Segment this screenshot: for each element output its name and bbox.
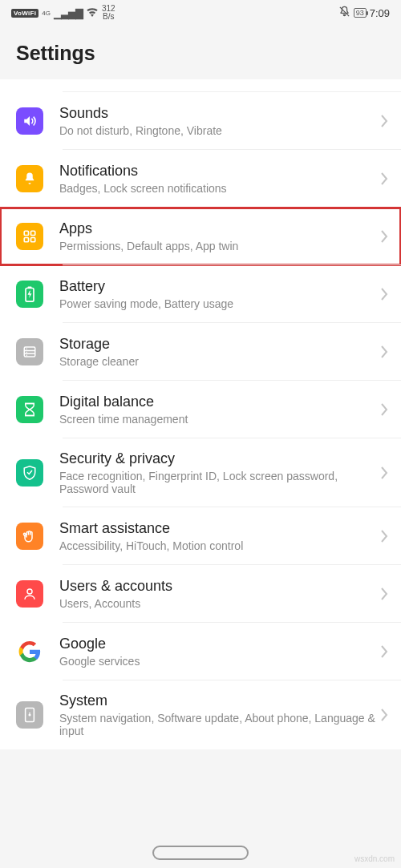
chevron-right-icon — [375, 288, 393, 301]
list-item-title: Smart assistance — [59, 519, 375, 538]
status-right: 93 7:09 — [338, 6, 390, 20]
list-item-body: Security & privacy Face recognition, Fin… — [59, 450, 375, 496]
bell-icon — [16, 165, 43, 192]
hand-icon — [16, 523, 43, 550]
watermark: wsxdn.com — [354, 854, 395, 863]
list-item-subtitle: Google services — [59, 655, 375, 668]
svg-rect-7 — [24, 347, 35, 357]
list-item-subtitle: System navigation, Software update, Abou… — [59, 712, 375, 739]
signal-bars-icon: ▁▃▅▇ — [54, 7, 83, 19]
list-item-subtitle: Accessibility, HiTouch, Motion control — [59, 539, 375, 553]
list-item-subtitle: Permissions, Default apps, App twin — [59, 240, 375, 253]
svg-rect-4 — [31, 238, 35, 242]
chevron-right-icon — [375, 403, 393, 416]
list-item-subtitle: Power saving mode, Battery usage — [59, 297, 375, 311]
settings-list: Sounds Do not disturb, Ringtone, Vibrate… — [0, 79, 401, 749]
chevron-right-icon — [375, 345, 393, 358]
list-item-body: Digital balance Screen time management — [59, 393, 375, 426]
svg-point-11 — [26, 352, 28, 353]
list-item-google[interactable]: Google Google services — [0, 623, 401, 680]
network-4g-icon: 4G — [42, 10, 51, 17]
svg-rect-6 — [28, 286, 32, 289]
clock: 7:09 — [370, 7, 390, 19]
list-item-users[interactable]: Users & accounts Users, Accounts — [0, 565, 401, 623]
list-item-cutoff — [0, 79, 401, 92]
list-item-body: Battery Power saving mode, Battery usage — [59, 277, 375, 310]
chevron-right-icon — [375, 587, 393, 600]
list-item-title: System — [59, 692, 375, 710]
list-item-subtitle: Users, Accounts — [59, 597, 375, 611]
chevron-right-icon — [375, 115, 393, 127]
list-item-title: Storage — [59, 335, 375, 353]
chevron-right-icon — [375, 466, 393, 479]
list-item-sounds[interactable]: Sounds Do not disturb, Ringtone, Vibrate — [0, 92, 401, 150]
list-item-title: Digital balance — [59, 393, 375, 411]
net-speed: 312 B/s — [102, 5, 115, 21]
chevron-right-icon — [375, 645, 393, 658]
vowifi-badge: VoWiFi — [11, 9, 38, 18]
list-item-body: Apps Permissions, Default apps, App twin — [59, 220, 375, 252]
svg-point-15 — [27, 589, 32, 594]
mute-bell-icon — [338, 6, 350, 20]
home-pill-button[interactable] — [152, 846, 249, 860]
battery-icon — [16, 281, 43, 308]
list-item-title: Security & privacy — [59, 450, 375, 468]
list-item-system[interactable]: System System navigation, Software updat… — [0, 680, 401, 749]
list-item-title: Sounds — [59, 104, 375, 123]
chevron-right-icon — [375, 172, 393, 185]
list-item-body: Storage Storage cleaner — [59, 335, 375, 368]
svg-point-17 — [29, 714, 30, 716]
status-bar: VoWiFi 4G ▁▃▅▇ 312 B/s 93 7:09 — [0, 0, 401, 24]
list-item-title: Google — [59, 635, 375, 653]
svg-rect-2 — [31, 231, 35, 235]
list-item-subtitle: Storage cleaner — [59, 355, 375, 369]
svg-point-12 — [26, 354, 28, 356]
status-left: VoWiFi 4G ▁▃▅▇ 312 B/s — [11, 5, 115, 21]
storage-icon — [16, 338, 43, 365]
list-item-body: Smart assistance Accessibility, HiTouch,… — [59, 519, 375, 552]
svg-point-10 — [26, 349, 28, 350]
list-item-body: Sounds Do not disturb, Ringtone, Vibrate — [59, 104, 375, 137]
list-item-notifications[interactable]: Notifications Badges, Lock screen notifi… — [0, 150, 401, 208]
list-item-subtitle: Badges, Lock screen notifications — [59, 182, 375, 196]
list-item-apps[interactable]: Apps Permissions, Default apps, App twin — [0, 208, 401, 265]
navigation-bar — [0, 846, 401, 860]
battery-icon: 93 — [354, 8, 367, 18]
list-item-subtitle: Screen time management — [59, 413, 375, 426]
list-item-title: Apps — [59, 220, 375, 238]
hourglass-icon — [16, 396, 43, 423]
list-item-body: Users & accounts Users, Accounts — [59, 577, 375, 610]
google-icon — [16, 638, 43, 665]
sound-icon — [16, 107, 43, 135]
list-item-body: Notifications Badges, Lock screen notifi… — [59, 162, 375, 195]
shield-icon — [16, 459, 43, 486]
svg-rect-3 — [24, 238, 28, 242]
chevron-right-icon — [375, 530, 393, 543]
page-title: Settings — [0, 24, 401, 79]
svg-rect-1 — [24, 231, 28, 235]
list-item-digital-balance[interactable]: Digital balance Screen time management — [0, 381, 401, 438]
svg-rect-14 — [25, 415, 34, 417]
list-item-storage[interactable]: Storage Storage cleaner — [0, 323, 401, 381]
chevron-right-icon — [375, 709, 393, 721]
list-item-battery[interactable]: Battery Power saving mode, Battery usage — [0, 265, 401, 323]
list-item-security[interactable]: Security & privacy Face recognition, Fin… — [0, 438, 401, 507]
list-item-body: System System navigation, Software updat… — [59, 692, 375, 738]
list-item-title: Users & accounts — [59, 577, 375, 595]
user-icon — [16, 580, 43, 608]
system-icon — [16, 701, 43, 729]
list-item-title: Battery — [59, 277, 375, 296]
list-item-body: Google Google services — [59, 635, 375, 668]
list-item-subtitle: Do not disturb, Ringtone, Vibrate — [59, 124, 375, 138]
apps-icon — [16, 223, 43, 250]
wifi-icon — [86, 6, 99, 19]
list-item-title: Notifications — [59, 162, 375, 180]
battery-indicator: 93 — [354, 8, 367, 18]
chevron-right-icon — [375, 230, 393, 243]
svg-rect-13 — [25, 403, 34, 405]
list-item-subtitle: Face recognition, Fingerprint ID, Lock s… — [59, 470, 375, 497]
list-item-smart-assistance[interactable]: Smart assistance Accessibility, HiTouch,… — [0, 507, 401, 565]
